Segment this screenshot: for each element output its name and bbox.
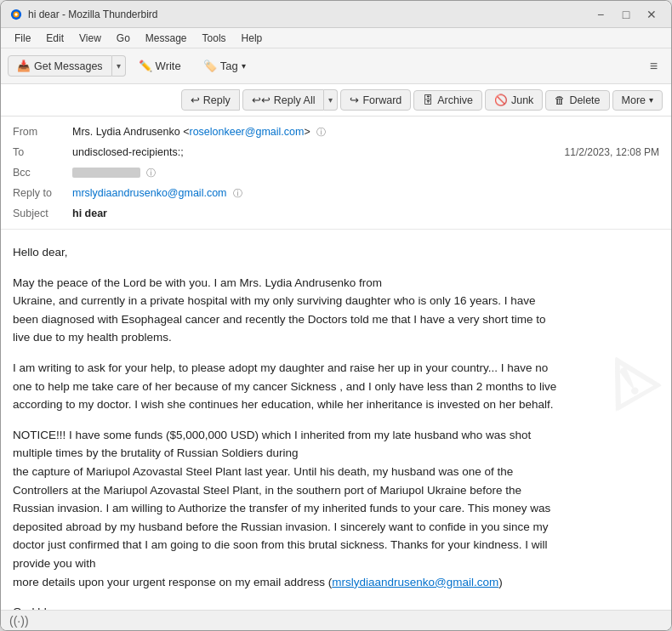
more-dropdown-icon: ▾: [649, 95, 653, 105]
reply-to-info-icon[interactable]: ⓘ: [233, 188, 242, 198]
actionbar: ↩ Reply ↩↩ Reply All ▾ ↪ Forward 🗄 Archi…: [1, 84, 671, 117]
subject-row: Subject hi dear: [13, 203, 659, 224]
bcc-value: ⓘ: [72, 167, 659, 179]
to-row: To undisclosed-recipients:; 11/2/2023, 1…: [13, 142, 659, 162]
menu-go[interactable]: Go: [110, 31, 137, 46]
menu-tools[interactable]: Tools: [196, 31, 233, 46]
reply-group: ↩ Reply: [181, 89, 240, 111]
from-email[interactable]: roselonkeer@gmail.com: [189, 126, 304, 138]
toolbar: 📥 Get Messages ▾ ✏️ Write 🏷️ Tag ▾ ≡: [1, 48, 671, 84]
tag-icon: 🏷️: [203, 60, 217, 72]
window-title: hi dear - Mozilla Thunderbird: [28, 9, 589, 20]
tag-dropdown-icon: ▾: [242, 61, 246, 71]
toolbar-menu-button[interactable]: ≡: [643, 54, 664, 78]
junk-icon: 🚫: [494, 94, 508, 106]
window-controls: − □ ✕: [589, 5, 663, 24]
body-paragraph1: May the peace of the Lord be with you. I…: [13, 274, 659, 347]
bcc-label: Bcc: [13, 167, 72, 179]
get-messages-button[interactable]: 📥 Get Messages: [8, 55, 112, 77]
delete-icon: 🗑: [555, 94, 566, 106]
main-window: hi dear - Mozilla Thunderbird − □ ✕ File…: [0, 0, 672, 631]
body-email-link[interactable]: mrslydiaandrusenko@gmail.com: [332, 576, 498, 588]
more-button[interactable]: More ▾: [612, 90, 663, 111]
reply-to-email[interactable]: mrslydiaandrusenko@gmail.com: [72, 187, 227, 199]
more-group: More ▾: [612, 90, 663, 111]
subject-value: hi dear: [72, 207, 659, 219]
reply-to-label: Reply to: [13, 187, 72, 199]
titlebar: hi dear - Mozilla Thunderbird − □ ✕: [1, 1, 671, 28]
menu-message[interactable]: Message: [139, 31, 194, 46]
mail-body: Hello dear, May the peace of the Lord be…: [1, 230, 671, 610]
menubar: File Edit View Go Message Tools Help: [1, 28, 671, 48]
from-row: From Mrs. Lydia Andrusenko <roselonkeer@…: [13, 122, 659, 142]
maximize-button[interactable]: □: [615, 5, 637, 24]
mail-date: 11/2/2023, 12:08 PM: [565, 146, 659, 158]
greeting: Hello dear,: [13, 243, 659, 262]
svg-point-2: [14, 13, 18, 16]
forward-icon: ↪: [350, 94, 359, 106]
write-icon: ✏️: [139, 60, 152, 72]
to-value: undisclosed-recipients:;: [72, 146, 565, 158]
bcc-info-icon[interactable]: ⓘ: [146, 168, 156, 178]
from-value: Mrs. Lydia Andrusenko <roselonkeer@gmail…: [72, 126, 659, 139]
body-paragraph2: I am writing to ask for your help, to pl…: [13, 359, 659, 414]
statusbar: ((·)): [1, 610, 671, 630]
write-button[interactable]: ✏️ Write: [129, 54, 191, 77]
menu-view[interactable]: View: [72, 31, 108, 46]
reply-all-icon: ↩↩: [252, 94, 271, 106]
close-button[interactable]: ✕: [641, 5, 663, 24]
reply-icon: ↩: [191, 94, 200, 106]
get-messages-icon: 📥: [17, 60, 31, 72]
archive-button[interactable]: 🗄 Archive: [413, 90, 482, 111]
to-label: To: [13, 146, 72, 158]
archive-icon: 🗄: [423, 94, 434, 106]
forward-button[interactable]: ↪ Forward: [340, 89, 411, 111]
menu-edit[interactable]: Edit: [39, 31, 71, 46]
mail-header: From Mrs. Lydia Andrusenko <roselonkeer@…: [1, 117, 671, 230]
reply-all-button[interactable]: ↩↩ Reply All: [242, 89, 325, 111]
tag-button[interactable]: 🏷️ Tag ▾: [194, 54, 255, 77]
minimize-button[interactable]: −: [589, 5, 612, 24]
bcc-blurred: [72, 168, 140, 178]
delete-button[interactable]: 🗑 Delete: [545, 90, 609, 111]
reply-to-row: Reply to mrslydiaandrusenko@gmail.com ⓘ: [13, 183, 659, 203]
reply-all-group: ↩↩ Reply All ▾: [242, 89, 339, 111]
get-messages-dropdown[interactable]: ▾: [112, 55, 126, 77]
from-label: From: [13, 126, 72, 138]
reply-to-value: mrslydiaandrusenko@gmail.com ⓘ: [72, 187, 659, 200]
body-paragraph3: NOTICE!!! I have some funds ($5,000,000 …: [13, 426, 659, 591]
menu-help[interactable]: Help: [235, 31, 270, 46]
from-info-icon[interactable]: ⓘ: [316, 127, 326, 137]
subject-label: Subject: [13, 207, 72, 219]
menu-file[interactable]: File: [8, 31, 37, 46]
get-messages-group: 📥 Get Messages ▾: [8, 55, 126, 77]
from-name: Mrs. Lydia Andrusenko: [72, 126, 180, 138]
app-icon: [9, 8, 23, 21]
bcc-row: Bcc ⓘ: [13, 162, 659, 183]
reply-button[interactable]: ↩ Reply: [181, 89, 240, 111]
junk-button[interactable]: 🚫 Junk: [485, 89, 543, 111]
body-closing: God bless you. Mrs. Lydia Andrusenko: [13, 603, 659, 610]
wifi-icon: ((·)): [9, 614, 29, 628]
reply-all-dropdown[interactable]: ▾: [324, 89, 338, 111]
